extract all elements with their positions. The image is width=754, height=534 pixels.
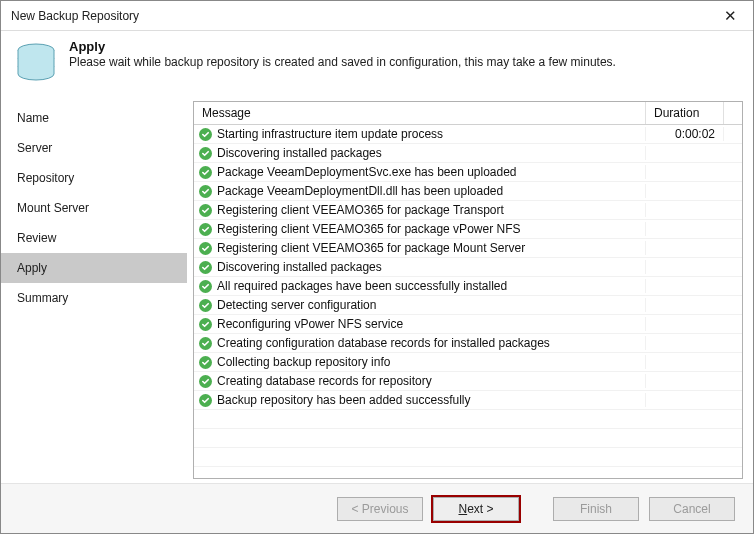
success-icon [199, 223, 212, 236]
success-icon [199, 261, 212, 274]
table-row[interactable]: Registering client VEEAMO365 for package… [194, 239, 742, 258]
table-row[interactable]: Reconfiguring vPower NFS service [194, 315, 742, 334]
message-text: Creating configuration database records … [217, 336, 550, 350]
cell-message: Detecting server configuration [194, 298, 646, 312]
sidebar-item-name[interactable]: Name [1, 103, 187, 133]
column-header-duration[interactable]: Duration [646, 102, 724, 124]
message-text: Reconfiguring vPower NFS service [217, 317, 403, 331]
sidebar-item-apply[interactable]: Apply [1, 253, 187, 283]
sidebar-item-summary[interactable]: Summary [1, 283, 187, 313]
table-row[interactable]: Package VeeamDeploymentDll.dll has been … [194, 182, 742, 201]
table-row[interactable]: Discovering installed packages [194, 144, 742, 163]
cell-message: Registering client VEEAMO365 for package… [194, 222, 646, 236]
success-icon [199, 147, 212, 160]
success-icon [199, 166, 212, 179]
body: NameServerRepositoryMount ServerReviewAp… [1, 99, 753, 483]
header-subtitle: Please wait while backup repository is c… [69, 55, 616, 69]
table-row[interactable]: Collecting backup repository info [194, 353, 742, 372]
grid-body: Starting infrastructure item update proc… [194, 125, 742, 478]
message-text: Registering client VEEAMO365 for package… [217, 241, 525, 255]
cancel-button: Cancel [649, 497, 735, 521]
sidebar-item-server[interactable]: Server [1, 133, 187, 163]
message-text: Collecting backup repository info [217, 355, 390, 369]
cell-message: Reconfiguring vPower NFS service [194, 317, 646, 331]
table-row[interactable]: Backup repository has been added success… [194, 391, 742, 410]
sidebar-item-review[interactable]: Review [1, 223, 187, 253]
message-text: Discovering installed packages [217, 260, 382, 274]
success-icon [199, 204, 212, 217]
success-icon [199, 375, 212, 388]
message-text: Detecting server configuration [217, 298, 376, 312]
column-header-message[interactable]: Message [194, 102, 646, 124]
message-text: Registering client VEEAMO365 for package… [217, 203, 504, 217]
grid-header: Message Duration [194, 102, 742, 125]
repository-icon [15, 39, 57, 81]
message-text: Package VeeamDeploymentSvc.exe has been … [217, 165, 517, 179]
success-icon [199, 299, 212, 312]
table-row[interactable]: Creating configuration database records … [194, 334, 742, 353]
success-icon [199, 394, 212, 407]
success-icon [199, 318, 212, 331]
cell-message: Creating database records for repository [194, 374, 646, 388]
message-text: Creating database records for repository [217, 374, 432, 388]
table-row[interactable]: Registering client VEEAMO365 for package… [194, 220, 742, 239]
message-text: Discovering installed packages [217, 146, 382, 160]
table-row[interactable]: Starting infrastructure item update proc… [194, 125, 742, 144]
cell-duration: 0:00:02 [646, 127, 724, 141]
finish-button: Finish [553, 497, 639, 521]
message-text: Package VeeamDeploymentDll.dll has been … [217, 184, 503, 198]
table-row-empty [194, 429, 742, 448]
header-title: Apply [69, 39, 616, 54]
window-title: New Backup Repository [11, 9, 716, 23]
table-row-empty [194, 410, 742, 429]
table-row[interactable]: Registering client VEEAMO365 for package… [194, 201, 742, 220]
table-row[interactable]: Creating database records for repository [194, 372, 742, 391]
cell-message: Discovering installed packages [194, 146, 646, 160]
header: Apply Please wait while backup repositor… [1, 31, 753, 99]
header-text: Apply Please wait while backup repositor… [69, 39, 616, 69]
sidebar: NameServerRepositoryMount ServerReviewAp… [1, 99, 187, 483]
cell-message: Package VeeamDeploymentDll.dll has been … [194, 184, 646, 198]
message-text: All required packages have been successf… [217, 279, 507, 293]
message-text: Starting infrastructure item update proc… [217, 127, 443, 141]
success-icon [199, 128, 212, 141]
close-icon[interactable]: ✕ [716, 5, 745, 27]
cell-message: Discovering installed packages [194, 260, 646, 274]
cell-message: Creating configuration database records … [194, 336, 646, 350]
success-icon [199, 280, 212, 293]
success-icon [199, 242, 212, 255]
message-text: Registering client VEEAMO365 for package… [217, 222, 520, 236]
success-icon [199, 185, 212, 198]
success-icon [199, 356, 212, 369]
cell-message: Backup repository has been added success… [194, 393, 646, 407]
log-grid: Message Duration Starting infrastructure… [193, 101, 743, 479]
cell-message: Registering client VEEAMO365 for package… [194, 203, 646, 217]
column-header-spacer [724, 102, 742, 124]
table-row[interactable]: Package VeeamDeploymentSvc.exe has been … [194, 163, 742, 182]
next-button-label-rest: ext > [467, 502, 493, 516]
cell-message: Collecting backup repository info [194, 355, 646, 369]
next-button[interactable]: Next > [433, 497, 519, 521]
table-row[interactable]: Discovering installed packages [194, 258, 742, 277]
success-icon [199, 337, 212, 350]
sidebar-item-repository[interactable]: Repository [1, 163, 187, 193]
cell-message: Registering client VEEAMO365 for package… [194, 241, 646, 255]
main: Message Duration Starting infrastructure… [187, 99, 753, 483]
table-row[interactable]: All required packages have been successf… [194, 277, 742, 296]
table-row[interactable]: Detecting server configuration [194, 296, 742, 315]
cell-message: Starting infrastructure item update proc… [194, 127, 646, 141]
titlebar: New Backup Repository ✕ [1, 1, 753, 31]
previous-button: < Previous [337, 497, 423, 521]
message-text: Backup repository has been added success… [217, 393, 470, 407]
footer: < Previous Next > Finish Cancel [1, 483, 753, 533]
sidebar-item-mount-server[interactable]: Mount Server [1, 193, 187, 223]
cell-message: Package VeeamDeploymentSvc.exe has been … [194, 165, 646, 179]
table-row-empty [194, 448, 742, 467]
cell-message: All required packages have been successf… [194, 279, 646, 293]
